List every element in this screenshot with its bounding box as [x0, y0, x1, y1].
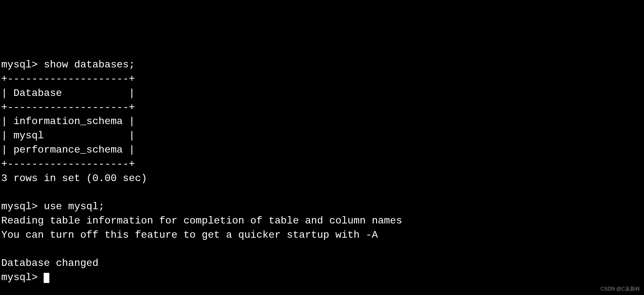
table-border-top: +--------------------+ [1, 73, 135, 85]
mysql-prompt: mysql> [1, 59, 44, 71]
table-border-bottom: +--------------------+ [1, 158, 135, 170]
prompt-line-1: mysql> show databases; [1, 59, 135, 71]
table-row: | mysql | [1, 130, 135, 141]
command-show-databases: show databases; [44, 59, 135, 71]
watermark-text: CSDN @C吴新科 [600, 286, 640, 292]
result-summary: 3 rows in set (0.00 sec) [1, 173, 147, 184]
terminal-output[interactable]: mysql> show databases; +----------------… [1, 58, 643, 285]
database-changed: Database changed [1, 257, 98, 269]
mysql-prompt: mysql> [1, 272, 44, 283]
command-use-mysql: use mysql; [44, 201, 104, 212]
table-row: | information_schema | [1, 116, 135, 127]
mysql-prompt: mysql> [1, 201, 44, 212]
reading-info: Reading table information for completion… [1, 215, 402, 227]
table-border-mid: +--------------------+ [1, 102, 135, 113]
prompt-line-2: mysql> use mysql; [1, 201, 104, 212]
cursor-block[interactable] [44, 273, 49, 283]
turnoff-info: You can turn off this feature to get a q… [1, 229, 378, 241]
table-header-row: | Database | [1, 87, 135, 99]
prompt-line-3: mysql> [1, 272, 49, 283]
table-row: | performance_schema | [1, 144, 135, 156]
